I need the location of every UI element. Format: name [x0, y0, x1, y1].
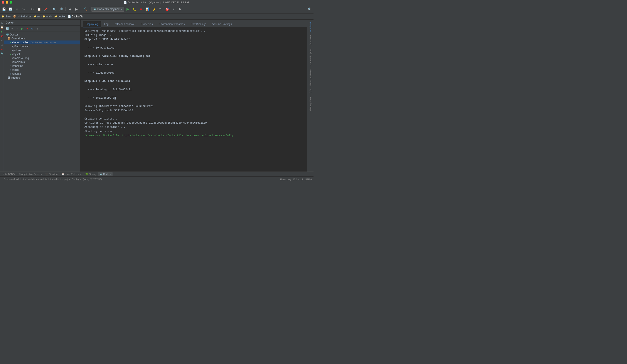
event-log-button[interactable]: Event Log [280, 178, 291, 181]
container-stopped-icon-6: □ [10, 69, 11, 71]
step-over-button[interactable]: ↷ [157, 6, 163, 12]
dp-run-button[interactable]: ▶ [20, 26, 25, 31]
bottom-tab-java-enterprise[interactable]: ☕ Java Enterprise [60, 172, 84, 176]
dropdown-arrow-icon: ▾ [121, 8, 122, 11]
forward-button[interactable]: ▶ [73, 6, 79, 12]
container-gifted-hoover[interactable]: □ /gifted_hoover [4, 44, 80, 48]
container-ubuntu[interactable]: □ /ubuntu [4, 72, 80, 76]
right-tab-bean-validation[interactable]: Bean Validation [308, 67, 313, 87]
sync-button[interactable]: 🔄 [7, 6, 13, 12]
right-tab-database[interactable]: Database [308, 34, 313, 47]
build-button[interactable]: 🔨 [82, 6, 88, 12]
run-icon[interactable]: ▶ [0, 30, 3, 33]
log-line-13 [85, 83, 304, 88]
right-tab-ant-build[interactable]: Ant Build [308, 20, 313, 34]
tab-port-bindings[interactable]: Port Bindings [188, 21, 209, 27]
vcs-icon[interactable]: ⎇ [0, 43, 3, 46]
log-line-3 [85, 42, 304, 46]
docker-side-icon[interactable]: 🐳 [0, 52, 3, 55]
folder-icon-2: 📁 [43, 15, 46, 18]
tab-properties[interactable]: Properties [138, 21, 156, 27]
docker-root-icon: 🐳 [6, 33, 9, 36]
redo-button[interactable]: ↪ [20, 6, 27, 12]
breadcrumb-dockerfile[interactable]: 📄 Dockerfile [68, 15, 83, 18]
help-side-icon[interactable]: ? [0, 56, 3, 59]
structure-icon[interactable]: 📋 [0, 26, 3, 29]
bottom-tab-app-servers[interactable]: 🖥 Application Servers [16, 172, 44, 176]
docker-deployment-selector[interactable]: 🐳 Docker Deployment ▾ [91, 7, 124, 11]
containers-section[interactable]: 📦 Containers [4, 37, 80, 41]
docker-root-node[interactable]: 🐳 Docker [4, 33, 80, 37]
container-oraclelinux[interactable]: □ /oraclelinux [4, 60, 80, 64]
run-to-cursor-button[interactable]: 🎯 [164, 6, 170, 12]
back-button[interactable]: ◀ [67, 6, 73, 12]
tab-attached-console[interactable]: Attached console [112, 21, 138, 27]
sep-4: › [53, 15, 53, 18]
container-rabbitmq[interactable]: □ /rabbitmq [4, 64, 80, 68]
breadcrumb-src[interactable]: 📁 src [33, 15, 41, 18]
terminal-icon: ⬛ [45, 173, 48, 175]
copy-button[interactable]: 📋 [36, 6, 42, 12]
log-line-19: Successfully built 5531738ebb73 [85, 109, 304, 113]
log-line-10: ---> 21ed13ec03eb [85, 71, 304, 75]
coverage-button[interactable]: 📊 [144, 6, 151, 12]
dp-stop-button[interactable]: ■ [25, 26, 30, 31]
stop-side-icon[interactable]: ■ [0, 48, 3, 51]
project-view-icon[interactable]: 🗂 [0, 21, 3, 24]
images-section[interactable]: 🖼 Images [4, 76, 80, 80]
maximize-button[interactable] [9, 1, 12, 4]
run-button[interactable]: ▶ [125, 6, 131, 12]
tab-volume-bindings[interactable]: Volume Bindings [209, 21, 235, 27]
tab-log[interactable]: Log [101, 21, 112, 27]
title-file-icon: 📄 [124, 1, 127, 4]
dp-refresh-button[interactable]: 🔄 [5, 26, 9, 31]
container-jenkins[interactable]: □ /jenkins [4, 48, 80, 52]
breadcrumb-docker[interactable]: 📁 docker [54, 15, 66, 18]
help-button[interactable]: ? [170, 6, 177, 12]
line-col-indicator[interactable]: 17:19 [293, 178, 299, 181]
right-tab-maven-projects[interactable]: Maven Projects [308, 47, 313, 67]
breadcrumb-think-docker[interactable]: 📦 think-docker [13, 15, 31, 18]
save-all-button[interactable]: 💾 [1, 6, 7, 12]
replace-button[interactable]: 🔎 [58, 6, 64, 12]
breadcrumb-think[interactable]: 📁 think [2, 15, 11, 18]
bottom-tab-spring[interactable]: 🌿 Spring [84, 172, 98, 176]
project-structure-button[interactable]: 🏗 [177, 6, 183, 12]
stop-button[interactable]: ■ [138, 6, 144, 12]
close-button[interactable] [2, 1, 4, 4]
dp-settings-button[interactable]: ⚙ [30, 26, 35, 31]
debug-button[interactable]: 🐛 [131, 6, 137, 12]
log-line-4: ---> 104bec311bcd [85, 46, 304, 50]
cut-button[interactable]: ✂ [29, 6, 36, 12]
right-tab-cdi[interactable]: CDI [308, 87, 313, 95]
debug-side-icon[interactable]: 🐞 [0, 34, 3, 37]
dp-add-button[interactable]: + [10, 26, 15, 31]
right-tab-memory-view[interactable]: Memory View [308, 95, 313, 113]
container-boring-galileo[interactable]: ■ /boring_galileo Dockerfile: think-dock… [4, 41, 80, 44]
line-ending-indicator[interactable]: LF [301, 178, 303, 181]
bottom-tab-docker[interactable]: 🐳 Docker [98, 172, 112, 176]
cursor-blink [114, 97, 116, 100]
paste-button[interactable]: 📌 [43, 6, 49, 12]
bottom-tab-terminal[interactable]: ⬛ Terminal [44, 172, 60, 176]
breadcrumb-main[interactable]: 📁 main [43, 15, 52, 18]
app-servers-icon: 🖥 [18, 173, 21, 175]
status-message: Frameworks detected: Web framework is de… [2, 178, 280, 181]
tab-environment-variables[interactable]: Environment variables [156, 21, 188, 27]
find-button[interactable]: 🔍 [51, 6, 57, 12]
bottom-tab-todo[interactable]: ✓ 6: TODO [1, 172, 16, 176]
dp-remove-button[interactable]: − [15, 26, 20, 31]
dp-expand-button[interactable]: ↕ [35, 26, 40, 31]
encoding-indicator[interactable]: UTF-8 [305, 178, 312, 181]
undo-button[interactable]: ↩ [14, 6, 20, 12]
search-everywhere-button[interactable]: 🔍 [307, 6, 313, 12]
bottom-tabs-bar: ✓ 6: TODO 🖥 Application Servers ⬛ Termin… [0, 172, 314, 176]
container-redis[interactable]: □ /redis [4, 68, 80, 72]
container-oracle-xe[interactable]: □ /oracle-xe-11g [4, 56, 80, 60]
favorites-icon[interactable]: ★ [0, 39, 3, 42]
container-mysql[interactable]: ■ /mysql [4, 52, 80, 56]
minimize-button[interactable] [6, 1, 8, 4]
file-icon: 📄 [68, 15, 71, 18]
profile-button[interactable]: ⚡ [151, 6, 157, 12]
tab-deploy-log[interactable]: Deploy log [83, 21, 101, 27]
